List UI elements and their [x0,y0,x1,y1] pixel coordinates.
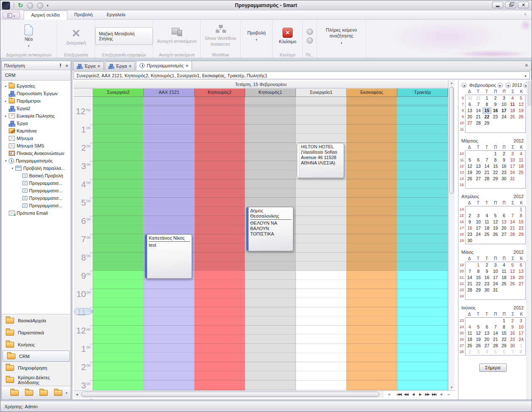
scroll-up-circle-button[interactable]: ↑ [307,29,313,35]
calendar-day[interactable]: 3 [474,349,483,355]
folder-icon[interactable] [39,390,48,396]
calendar-day[interactable]: 15 [483,108,491,114]
appointment[interactable]: Δήμος ΘεσσαλονίκηςΘΕΛΟΥΝ ΝΑ ΒΑΛΟΥΝ ΤΟΠΙΣ… [246,207,293,251]
calendar-day[interactable] [517,176,525,182]
calendar-day[interactable]: 16 [491,108,500,114]
calendar-day[interactable]: 18 [508,108,517,114]
calendar-day[interactable]: 8 [491,157,500,163]
calendar-day[interactable]: 21 [466,281,474,287]
prev-year-button[interactable]: ◀ [505,83,511,88]
calendar-day[interactable] [466,151,474,157]
calendar-day[interactable] [491,293,500,299]
calendar-day[interactable] [500,126,508,132]
calendar-day[interactable]: 24 [517,336,525,343]
calendar-day[interactable]: 1 [491,151,500,157]
calendar-day[interactable]: 4 [517,151,525,157]
calendar-day[interactable]: 29 [474,287,483,293]
calendar-day[interactable]: 22 [483,114,491,120]
calendar-day[interactable] [517,293,525,299]
calendar-day[interactable]: 19 [491,225,500,231]
calendar-day[interactable]: 19 [517,108,525,114]
calendar-day[interactable]: 18 [483,225,491,231]
calendar-day[interactable]: 4 [483,213,491,219]
doc-tab[interactable]: Έργα× [73,61,104,70]
calendar-day[interactable]: 26 [474,343,483,349]
calendar-day[interactable]: 17 [500,108,508,114]
calendar-day[interactable] [500,206,508,213]
calendar-day[interactable]: 25 [483,231,491,238]
calendar-day[interactable] [508,126,517,132]
calendar-day[interactable]: 3 [508,151,517,157]
calendar-day[interactable]: 22 [517,225,525,231]
calendar-day[interactable]: 4 [483,349,491,355]
sidebar-group-item[interactable]: Πληροφόρηση [2,362,71,374]
calendar-day[interactable] [491,126,500,132]
calendar-day[interactable] [474,182,483,188]
calendar-day[interactable] [491,238,500,244]
next-fast-button[interactable]: ▶▶ [424,392,430,396]
toolbar-options-icon[interactable]: ▾ [47,4,49,7]
calendar-day[interactable] [491,120,500,126]
calendar-day[interactable] [483,206,491,213]
calendar-day[interactable]: 22 [474,281,483,287]
sidebar-group-item[interactable]: Παραστατικά [2,326,71,338]
calendar-day[interactable]: 25 [517,169,525,176]
first-button[interactable]: |◀◀ [396,392,402,396]
calendar-day[interactable]: 1 [500,318,508,324]
calendar-day[interactable]: 25 [466,343,474,349]
calendar-day[interactable]: 2 [508,318,517,324]
tree-item[interactable]: Μήνυμα [2,135,71,142]
calendar-day[interactable]: 30 [466,238,474,244]
calendar-day[interactable] [491,318,500,324]
calendar-day[interactable]: 27 [474,176,483,182]
calendar-day[interactable]: 8 [517,349,525,355]
calendar-day[interactable]: 13 [474,163,483,169]
calendar-day[interactable]: 11 [517,157,525,163]
scrollbar-track[interactable] [80,392,383,397]
tree-item[interactable]: ▸Ευκαιρία Πώλησης [2,112,71,120]
tree-item[interactable]: ▸Εργασίες [2,82,71,90]
appointment[interactable]: Καπετάνιος Νίκοςtest [145,234,192,279]
calendar-day[interactable]: 2 [491,95,500,101]
tabstrip-close-icon[interactable]: × [525,63,528,68]
calendar-day[interactable] [483,293,491,299]
close-panel-icon[interactable] [66,63,68,68]
calendar-day[interactable]: 30 [508,343,517,349]
folder-icon[interactable] [54,390,62,396]
calendar-day[interactable]: 24 [474,231,483,238]
calendar-day[interactable]: 8 [500,324,508,330]
calendar-day[interactable]: 26 [491,231,500,238]
calendar-day[interactable]: 30 [483,287,491,293]
calendar-day[interactable]: 18 [466,336,474,343]
tree-item[interactable]: ▾Προβολή παραλλα... [2,164,71,172]
nav-down-icon[interactable]: ↓ [37,2,43,9]
calendar-day[interactable]: 2 [466,349,474,355]
tree-item[interactable]: Μήνυμα SMS [2,142,71,150]
calendar-day[interactable] [508,206,517,213]
tab-close-icon[interactable]: × [129,64,131,69]
calendar-day[interactable]: 5 [491,349,500,355]
calendar-day[interactable]: 10 [474,219,483,225]
calendar-day[interactable]: 3 [500,95,508,101]
sidebar-group-item[interactable]: CRM [2,351,70,362]
calendar-day[interactable]: 13 [500,219,508,225]
calendar-day[interactable]: 21 [474,114,483,120]
calendar-day[interactable]: 6 [500,349,508,355]
expander-expanded-icon[interactable]: ▾ [10,167,15,170]
tree-item[interactable]: Βασική Προβολή [2,172,71,179]
next-button[interactable]: ▶ [417,392,423,396]
prev-button[interactable]: ◀ [410,392,416,396]
calendar-day[interactable]: 14 [508,219,517,225]
ribbon-tab-view[interactable]: Προβολή [67,10,100,20]
calendar-day[interactable]: 17 [517,330,525,336]
tab-close-icon[interactable]: × [186,64,188,68]
calendar-day[interactable]: 16 [466,225,474,231]
calendar-day[interactable]: 26 [466,176,474,182]
last-button[interactable]: ▶▶| [431,392,437,396]
calendar-day[interactable]: 5 [466,157,474,163]
calendar-day[interactable]: 10 [500,101,508,108]
calendar-day[interactable]: 29 [491,176,500,182]
calendar-day[interactable] [474,151,483,157]
calendar-day[interactable] [474,318,483,324]
calendar-day[interactable]: 13 [483,330,491,336]
